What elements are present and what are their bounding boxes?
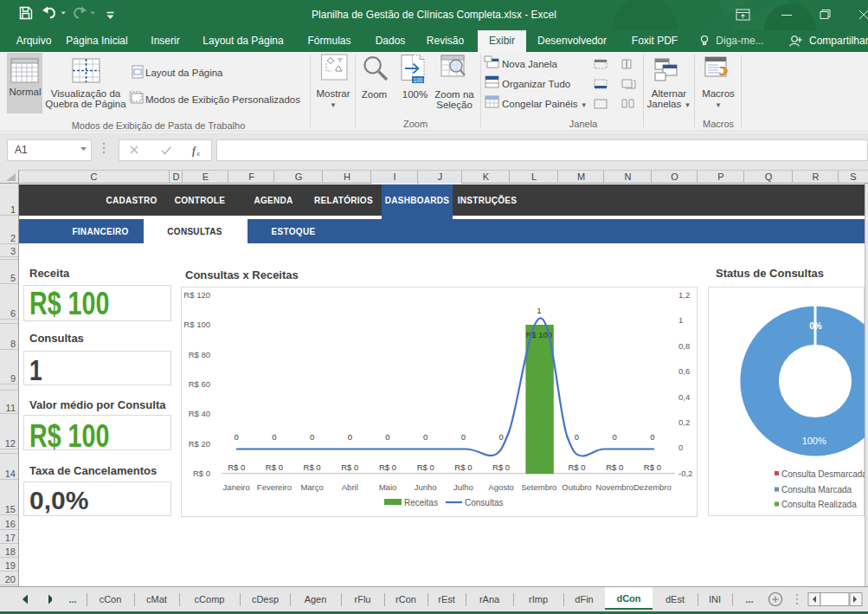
- svg-text:0: 0: [423, 432, 428, 442]
- svg-text:R$ 0: R$ 0: [492, 462, 510, 472]
- svg-text:Julho: Julho: [453, 482, 473, 492]
- svg-text:R$ 20: R$ 20: [189, 439, 210, 449]
- svg-text:0: 0: [575, 432, 579, 442]
- svg-text:R$ 120: R$ 120: [183, 290, 210, 300]
- svg-text:R$ 0: R$ 0: [266, 462, 283, 472]
- svg-text:0%: 0%: [809, 321, 822, 331]
- svg-text:0: 0: [650, 432, 654, 442]
- svg-text:0: 0: [272, 432, 276, 442]
- svg-text:Outubro: Outubro: [562, 482, 591, 492]
- svg-text:0: 0: [498, 432, 503, 442]
- svg-text:R$ 60: R$ 60: [189, 379, 210, 389]
- svg-text:Agosto: Agosto: [488, 482, 514, 492]
- svg-text:R$ 40: R$ 40: [189, 409, 210, 418]
- svg-text:Maio: Maio: [379, 482, 397, 492]
- svg-text:0: 0: [461, 432, 466, 442]
- svg-text:R$ 0: R$ 0: [568, 462, 585, 472]
- svg-text:0,8: 0,8: [678, 341, 690, 351]
- svg-text:Junho: Junho: [415, 482, 437, 492]
- svg-text:R$ 80: R$ 80: [189, 350, 210, 359]
- svg-text:Fevereiro: Fevereiro: [257, 482, 292, 492]
- svg-text:R$ 0: R$ 0: [417, 462, 434, 472]
- svg-text:100%: 100%: [802, 436, 826, 446]
- svg-text:Consultas: Consultas: [465, 498, 503, 507]
- svg-text:0: 0: [235, 432, 239, 442]
- svg-text:Consulta Desmarcada: Consulta Desmarcada: [781, 469, 865, 479]
- svg-text:100: 100: [414, 77, 423, 83]
- svg-text:Dezembro: Dezembro: [633, 482, 672, 492]
- svg-text:0,2: 0,2: [678, 417, 690, 427]
- svg-text:R$ 0: R$ 0: [341, 462, 358, 472]
- svg-text:R$ 0: R$ 0: [379, 462, 396, 472]
- svg-text:1: 1: [537, 306, 541, 315]
- svg-text:R$ 100: R$ 100: [183, 320, 210, 329]
- svg-text:1,2: 1,2: [678, 290, 690, 300]
- svg-text:0: 0: [310, 432, 314, 442]
- svg-text:0: 0: [613, 432, 617, 442]
- svg-text:R$ 0: R$ 0: [193, 469, 210, 478]
- svg-text:x: x: [196, 149, 200, 158]
- svg-text:0: 0: [348, 432, 352, 442]
- svg-text:1: 1: [678, 315, 683, 325]
- svg-text:0: 0: [678, 443, 683, 452]
- svg-text:-0,2: -0,2: [678, 469, 692, 478]
- svg-text:0,6: 0,6: [678, 366, 690, 376]
- svg-text:Consulta Marcada: Consulta Marcada: [781, 485, 852, 494]
- svg-text:0: 0: [385, 432, 389, 442]
- svg-text:R$ 0: R$ 0: [304, 462, 321, 472]
- svg-text:R$ 0: R$ 0: [606, 462, 623, 472]
- svg-text:Abril: Abril: [342, 482, 358, 492]
- svg-text:0,4: 0,4: [678, 392, 690, 402]
- svg-text:R$ 0: R$ 0: [644, 462, 661, 472]
- svg-text:Consulta Realizada: Consulta Realizada: [781, 500, 857, 509]
- svg-text:R$ 0: R$ 0: [228, 462, 245, 472]
- svg-text:Setembro: Setembro: [521, 482, 556, 492]
- svg-text:Novembro: Novembro: [595, 482, 633, 492]
- svg-text:Receitas: Receitas: [404, 498, 438, 507]
- svg-text:R$ 0: R$ 0: [454, 462, 472, 472]
- svg-text:Janeiro: Janeiro: [223, 482, 250, 492]
- svg-text:Março: Março: [300, 482, 323, 492]
